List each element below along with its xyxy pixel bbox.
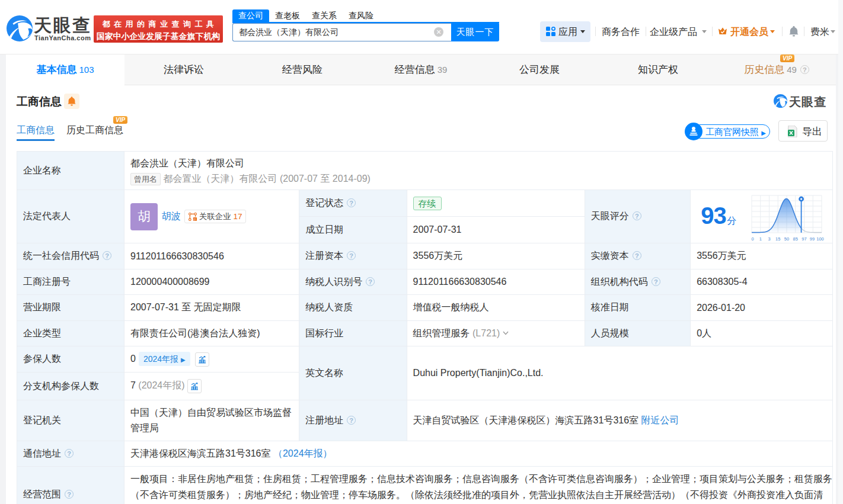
svg-text:99: 99 bbox=[810, 236, 815, 242]
svg-text:1: 1 bbox=[759, 236, 762, 242]
svg-text:97: 97 bbox=[802, 236, 806, 242]
svg-text:3: 3 bbox=[768, 236, 771, 242]
svg-text:企: 企 bbox=[193, 217, 196, 221]
svg-text:15: 15 bbox=[775, 236, 780, 242]
svg-text:100: 100 bbox=[816, 236, 824, 242]
svg-text:50: 50 bbox=[784, 236, 789, 242]
svg-text:0: 0 bbox=[752, 236, 754, 242]
svg-text:85: 85 bbox=[793, 236, 798, 242]
